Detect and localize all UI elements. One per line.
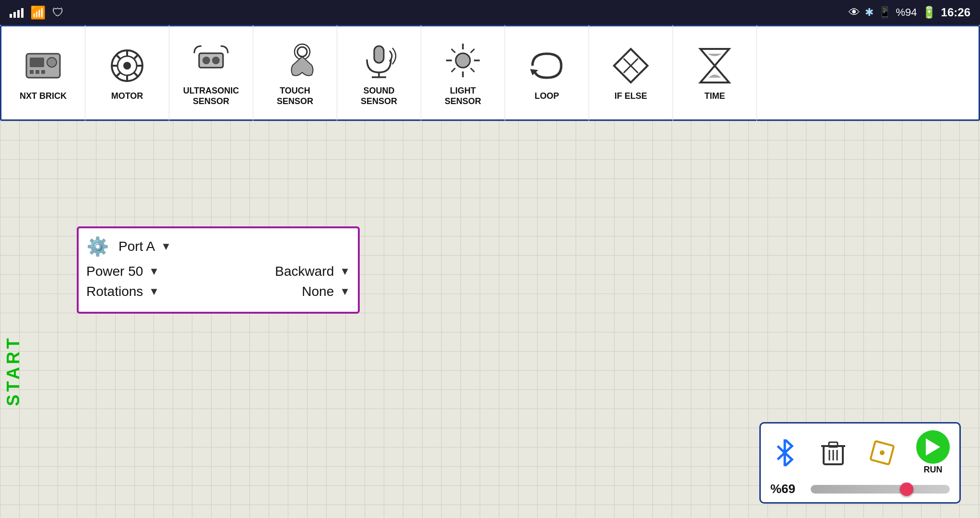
sound-sensor-icon [357,39,401,82]
svg-point-2 [47,58,57,67]
motor-gear-icon: ⚙️ [86,236,109,257]
svg-point-18 [202,57,210,64]
shield-icon: 🛡 [52,6,64,19]
svg-line-34 [451,68,455,72]
svg-rect-44 [829,442,838,447]
toolbar-item-touch-sensor[interactable]: TOUCH SENSOR [253,25,337,121]
svg-marker-50 [926,438,940,456]
rotations-arrow: ▼ [149,285,159,298]
port-dropdown[interactable]: Port A ▼ [118,239,171,254]
ultrasonic-sensor-label: ULTRASONIC SENSOR [183,86,239,106]
toolbar-item-light-sensor[interactable]: LIGHT SENSOR [421,25,505,121]
toolbar-item-loop[interactable]: LOOP [505,25,589,121]
svg-rect-1 [30,58,44,67]
motor-icon [106,44,149,87]
svg-rect-4 [35,70,39,74]
slider-thumb[interactable] [900,483,913,496]
svg-line-31 [451,49,455,53]
loop-icon [525,44,568,87]
toolbar-item-motor[interactable]: MOTOR [85,25,169,121]
time-label: TIME [705,91,725,102]
eye-icon: 👁 [849,6,860,19]
rotations-dropdown[interactable]: Rotations ▼ [86,284,159,299]
direction-dropdown[interactable]: Backward ▼ [275,264,350,279]
clock: 16:26 [941,6,970,19]
svg-point-19 [212,57,220,64]
toolbar-item-time[interactable]: TIME [673,25,757,121]
speed-slider[interactable] [811,485,950,494]
svg-line-14 [134,55,138,59]
status-right: 👁 ✱ 📱 %94 🔋 16:26 [849,6,970,19]
direction-arrow: ▼ [340,265,350,278]
toolbar-item-nxt-brick[interactable]: NXT BRICK [1,25,85,121]
trash-icon[interactable] [819,438,848,467]
svg-rect-3 [30,70,34,74]
svg-point-16 [123,62,131,70]
ultrasonic-sensor-icon [189,39,233,82]
svg-rect-23 [374,46,384,63]
control-panel-bottom: %69 [770,482,950,496]
port-arrow: ▼ [161,240,171,253]
control-panel: RUN %69 [759,422,961,504]
svg-point-49 [880,450,885,455]
rotations-label: Rotations [86,284,143,299]
none-arrow: ▼ [340,285,350,298]
sound-sensor-label: SOUND SENSOR [361,86,397,106]
touch-sensor-label: TOUCH SENSOR [277,86,313,106]
svg-line-15 [116,73,120,77]
power-arrow: ▼ [149,265,159,278]
battery-icon: 🔋 [922,6,936,19]
power-label: Power 50 [86,264,143,279]
run-button[interactable] [916,430,950,464]
run-label: RUN [923,465,942,475]
toolbar-item-if-else[interactable]: IF ELSE [589,25,673,121]
rotate-icon[interactable] [868,438,897,467]
bluetooth-icon[interactable] [770,438,799,467]
svg-line-33 [471,49,474,53]
svg-line-13 [134,73,138,77]
toolbar-item-sound-sensor[interactable]: SOUND SENSOR [337,25,421,121]
light-sensor-label: LIGHT SENSOR [445,86,481,106]
time-icon [693,44,736,87]
battery-percent: %94 [896,6,917,19]
wifi-icon: 📶 [30,5,46,20]
if-else-icon [609,44,652,87]
svg-point-26 [456,53,470,68]
none-dropdown[interactable]: None ▼ [302,284,350,299]
percent-label: %69 [770,482,804,496]
canvas-area[interactable]: START ⚙️ Port A ▼ Power 50 ▼ Backward ▼ [0,121,980,518]
touch-sensor-icon [273,39,317,82]
svg-line-32 [471,68,474,72]
none-label: None [302,284,334,299]
light-sensor-icon [441,39,484,82]
run-col: RUN [916,430,950,475]
control-panel-top: RUN [770,430,950,475]
start-label: START [3,335,24,406]
nxt-brick-label: NXT BRICK [20,91,67,102]
status-bar: 📶 🛡 👁 ✱ 📱 %94 🔋 16:26 [0,0,980,25]
nxt-brick-icon [22,44,65,87]
toolbar: NXT BRICK MOTOR [0,25,980,121]
toolbar-item-ultrasonic-sensor[interactable]: ULTRASONIC SENSOR [169,25,253,121]
svg-point-20 [297,47,307,57]
bluetooth-status-icon: ✱ [865,6,874,19]
if-else-label: IF ELSE [614,91,647,102]
phone-icon: 📱 [878,6,891,19]
status-left: 📶 🛡 [10,5,64,20]
motor-block[interactable]: ⚙️ Port A ▼ Power 50 ▼ Backward ▼ Rotati… [77,226,360,314]
svg-line-12 [116,55,120,59]
port-label: Port A [118,239,155,254]
direction-label: Backward [275,264,334,279]
signal-bars-icon [10,7,24,18]
svg-rect-5 [41,70,45,74]
motor-label: MOTOR [111,91,143,102]
power-dropdown[interactable]: Power 50 ▼ [86,264,159,279]
loop-label: LOOP [534,91,559,102]
